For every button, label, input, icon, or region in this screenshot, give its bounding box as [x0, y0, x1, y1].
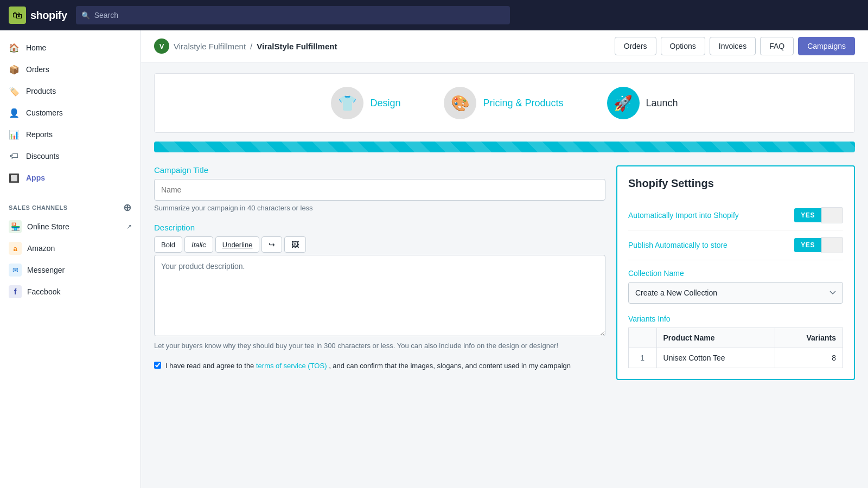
- description-label: Description: [154, 223, 605, 232]
- shopify-settings-title: Shopify Settings: [628, 177, 843, 190]
- sidebar-item-apps-label: Apps: [26, 174, 45, 182]
- search-input[interactable]: [76, 6, 510, 24]
- tos-link[interactable]: terms of service (TOS): [256, 362, 327, 370]
- description-textarea[interactable]: Your product description.: [154, 255, 605, 336]
- amazon-icon: a: [9, 242, 22, 255]
- tos-group: I have read and agree to the terms of se…: [154, 361, 605, 371]
- sidebar-item-amazon[interactable]: a Amazon: [0, 237, 141, 259]
- sidebar-item-customers-label: Customers: [26, 108, 63, 117]
- auto-import-label: Automatically Import into Shopify: [628, 211, 739, 220]
- options-button[interactable]: Options: [661, 37, 705, 55]
- breadcrumb-current: ViralStyle Fulfillment: [257, 42, 337, 51]
- campaign-title-label: Campaign Title: [154, 165, 605, 175]
- pricing-icon: 🎨: [444, 87, 476, 119]
- add-sales-channel-button[interactable]: ⊕: [123, 203, 132, 213]
- sidebar-item-facebook[interactable]: f Facebook: [0, 281, 141, 303]
- facebook-icon: f: [9, 285, 22, 298]
- step-design-label: Design: [370, 98, 400, 109]
- sidebar-item-home[interactable]: 🏠 Home: [0, 37, 141, 59]
- publish-auto-label: Publish Automatically to store: [628, 241, 727, 249]
- variants-label: Variants Info: [628, 314, 843, 323]
- step-design: 👕 Design: [331, 87, 400, 119]
- breadcrumb-parent: Viralstyle Fulfillment: [174, 42, 246, 51]
- collection-label: Collection Name: [628, 269, 843, 278]
- auto-import-toggle[interactable]: YES: [794, 207, 843, 223]
- sidebar-item-discounts[interactable]: 🏷 Discounts: [0, 145, 141, 167]
- auto-import-row: Automatically Import into Shopify YES: [628, 201, 843, 230]
- auto-import-no: [821, 207, 843, 223]
- step-launch-label: Launch: [646, 98, 678, 109]
- sidebar-item-reports-label: Reports: [26, 130, 53, 139]
- description-hint: Let your buyers know why they should buy…: [154, 342, 605, 350]
- image-button[interactable]: 🖼: [284, 236, 306, 253]
- sidebar-item-products-label: Products: [26, 87, 56, 95]
- home-icon: 🏠: [9, 42, 20, 53]
- collection-section: Collection Name Create a New Collection: [628, 269, 843, 304]
- tos-text-before: I have read and agree to the: [165, 362, 254, 370]
- bold-button[interactable]: Bold: [154, 236, 182, 253]
- faq-button[interactable]: FAQ: [760, 37, 794, 55]
- variants-section: Variants Info Product Name Variants: [628, 314, 843, 368]
- app-logo: V: [154, 38, 169, 54]
- sidebar-item-online-store[interactable]: 🏪 Online Store ↗: [0, 216, 141, 237]
- sidebar-item-messenger[interactable]: ✉ Messenger: [0, 259, 141, 281]
- sidebar: 🏠 Home 📦 Orders 🏷️ Products 👤 Customers …: [0, 30, 141, 488]
- publish-auto-yes: YES: [794, 238, 821, 252]
- row-product: Unisex Cotton Tee: [656, 348, 775, 368]
- sales-channels-title: SALES CHANNELS: [9, 204, 68, 211]
- tos-text-after: , and can confirm that the images, sloga…: [329, 362, 571, 370]
- auto-import-yes: YES: [794, 208, 821, 222]
- invoices-button[interactable]: Invoices: [710, 37, 756, 55]
- products-icon: 🏷️: [9, 86, 20, 97]
- page-content: 👕 Design 🎨 Pricing & Products 🚀 Launch: [141, 62, 868, 488]
- logo-text: shopify: [30, 9, 67, 22]
- col-num-header: [629, 328, 657, 348]
- variants-table: Product Name Variants 1 Unisex Cotton Te…: [628, 328, 843, 368]
- external-link-icon[interactable]: ↗: [126, 223, 132, 230]
- publish-auto-toggle[interactable]: YES: [794, 237, 843, 253]
- topbar: 🛍 shopify 🔍: [0, 0, 868, 30]
- progress-bar: [154, 142, 855, 152]
- sidebar-item-reports[interactable]: 📊 Reports: [0, 124, 141, 145]
- app-header: V Viralstyle Fulfillment / ViralStyle Fu…: [141, 30, 868, 62]
- campaign-title-hint: Summarize your campaign in 40 characters…: [154, 204, 605, 212]
- customers-icon: 👤: [9, 107, 20, 118]
- search-bar[interactable]: 🔍: [76, 6, 510, 24]
- logo-icon: 🛍: [9, 7, 26, 24]
- breadcrumb-separator: /: [250, 42, 252, 51]
- facebook-label: Facebook: [27, 287, 60, 296]
- main-content: V Viralstyle Fulfillment / ViralStyle Fu…: [141, 30, 868, 488]
- left-column: Campaign Title Summarize your campaign i…: [154, 165, 605, 371]
- launch-icon: 🚀: [607, 87, 640, 119]
- publish-auto-no: [821, 237, 843, 253]
- sales-channels-section: SALES CHANNELS ⊕: [0, 195, 141, 216]
- italic-button[interactable]: Italic: [184, 236, 213, 253]
- orders-button[interactable]: Orders: [615, 37, 656, 55]
- row-variants: 8: [775, 348, 843, 368]
- step-pricing-label: Pricing & Products: [483, 98, 563, 109]
- right-column: Shopify Settings Automatically Import in…: [616, 165, 855, 380]
- sidebar-item-home-label: Home: [26, 43, 46, 52]
- breadcrumb: V Viralstyle Fulfillment / ViralStyle Fu…: [154, 38, 337, 54]
- logo[interactable]: 🛍 shopify: [9, 7, 67, 24]
- campaign-title-input[interactable]: [154, 179, 605, 201]
- underline-button[interactable]: Underline: [215, 236, 260, 253]
- amazon-label: Amazon: [27, 244, 55, 253]
- orders-icon: 📦: [9, 64, 20, 75]
- campaigns-button[interactable]: Campaigns: [798, 37, 855, 55]
- step-pricing: 🎨 Pricing & Products: [444, 87, 563, 119]
- editor-toolbar: Bold Italic Underline ↪ 🖼: [154, 236, 605, 253]
- sidebar-item-orders-label: Orders: [26, 65, 49, 74]
- sidebar-nav: 🏠 Home 📦 Orders 🏷️ Products 👤 Customers …: [0, 30, 141, 195]
- sidebar-item-discounts-label: Discounts: [26, 152, 59, 160]
- tos-checkbox[interactable]: [154, 362, 161, 369]
- messenger-icon: ✉: [9, 264, 22, 277]
- sidebar-item-products[interactable]: 🏷️ Products: [0, 80, 141, 102]
- sidebar-item-orders[interactable]: 📦 Orders: [0, 59, 141, 80]
- discounts-icon: 🏷: [9, 151, 20, 162]
- collection-select[interactable]: Create a New Collection: [628, 282, 843, 304]
- share-button[interactable]: ↪: [261, 236, 282, 253]
- sidebar-item-apps[interactable]: 🔲 Apps: [0, 167, 141, 189]
- sidebar-item-customers[interactable]: 👤 Customers: [0, 102, 141, 124]
- table-row: 1 Unisex Cotton Tee 8: [629, 348, 843, 368]
